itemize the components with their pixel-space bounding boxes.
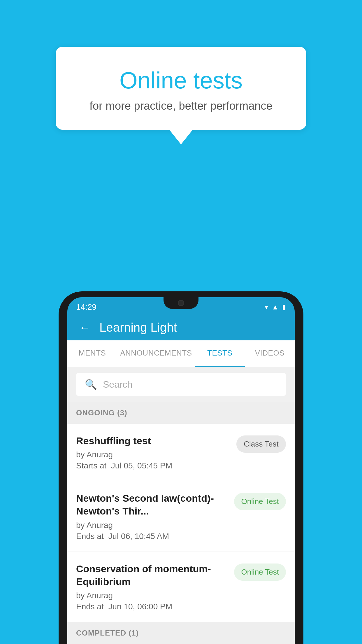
test-list: Reshuffling test by Anurag Starts at Jul… [67,424,295,622]
completed-section-header: COMPLETED (1) [67,622,295,644]
app-main: MENTS ANNOUNCEMENTS TESTS VIDEOS 🔍 Searc… [67,340,295,644]
test-author-3: by Anurag [76,591,228,600]
test-info-1: Reshuffling test by Anurag Starts at Jul… [76,434,231,470]
signal-icon: ▲ [272,303,279,311]
speech-bubble: Online tests for more practice, better p… [56,47,306,130]
test-item-2[interactable]: Newton's Second law(contd)-Newton's Thir… [67,481,295,552]
search-input[interactable]: Search [103,379,132,390]
speech-bubble-container: Online tests for more practice, better p… [56,47,306,130]
phone-body: 14:29 ▾ ▲ ▮ ← Learning Light MENTS ANNOU… [59,291,303,644]
test-badge-2: Online Test [234,493,286,510]
test-item-1[interactable]: Reshuffling test by Anurag Starts at Jul… [67,424,295,481]
wifi-icon: ▾ [265,303,268,311]
app-header: ← Learning Light [67,315,295,340]
test-title-2: Newton's Second law(contd)-Newton's Thir… [76,492,228,517]
test-time-3: Ends at Jun 10, 06:00 PM [76,602,228,611]
test-info-3: Conservation of momentum-Equilibrium by … [76,562,228,611]
ongoing-section-header: ONGOING (3) [67,402,295,424]
search-icon: 🔍 [85,379,97,390]
tab-ments[interactable]: MENTS [67,340,117,367]
tab-tests[interactable]: TESTS [195,340,245,367]
test-badge-1: Class Test [236,435,286,453]
test-author-1: by Anurag [76,450,231,459]
test-info-2: Newton's Second law(contd)-Newton's Thir… [76,492,228,541]
test-badge-3: Online Test [234,564,286,581]
test-title-3: Conservation of momentum-Equilibrium [76,562,228,588]
tab-videos[interactable]: VIDEOS [245,340,295,367]
status-time: 14:29 [76,302,96,312]
phone-mockup: 14:29 ▾ ▲ ▮ ← Learning Light MENTS ANNOU… [59,291,303,644]
tabs-container: MENTS ANNOUNCEMENTS TESTS VIDEOS [67,340,295,367]
test-item-3[interactable]: Conservation of momentum-Equilibrium by … [67,552,295,622]
speech-bubble-subtitle: for more practice, better performance [73,100,289,112]
test-time-1: Starts at Jul 05, 05:45 PM [76,461,231,470]
phone-camera [178,300,184,306]
test-time-2: Ends at Jul 06, 10:45 AM [76,532,228,541]
phone-notch [164,297,198,309]
test-author-2: by Anurag [76,521,228,530]
battery-icon: ▮ [282,303,286,311]
speech-bubble-title: Online tests [73,67,289,94]
status-icons: ▾ ▲ ▮ [265,303,286,311]
search-box[interactable]: 🔍 Search [76,373,286,396]
test-title-1: Reshuffling test [76,434,231,447]
search-container: 🔍 Search [67,367,295,402]
tab-announcements[interactable]: ANNOUNCEMENTS [117,340,195,367]
app-title: Learning Light [99,321,177,335]
back-button[interactable]: ← [79,321,91,334]
